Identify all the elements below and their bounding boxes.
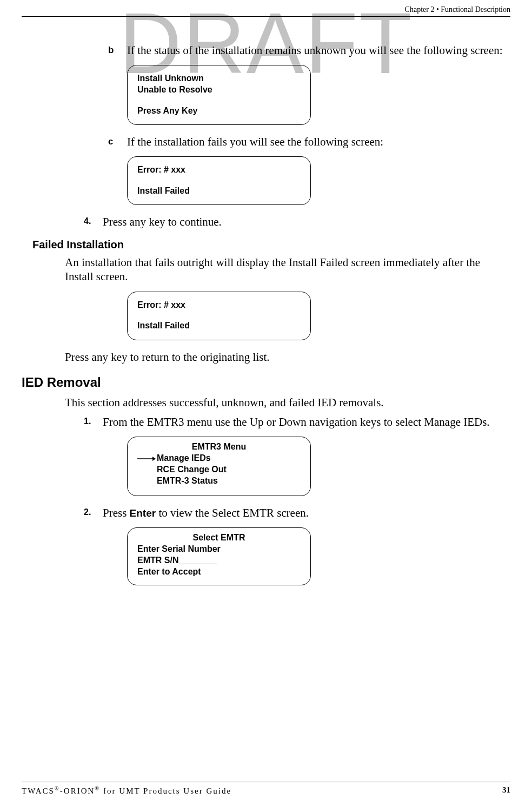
lcd-line: Press Any Key <box>137 105 301 117</box>
list-item-step2: 2. Press Enter to view the Select EMTR s… <box>84 506 510 520</box>
heading-failed-installation: Failed Installation <box>32 239 510 251</box>
lcd-line: Install Failed <box>137 186 301 197</box>
header-rule <box>22 16 510 17</box>
lcd-line-text: Manage IEDs <box>157 453 211 463</box>
lcd-blank <box>137 311 301 320</box>
lcd-line: EMTR S/N________ <box>137 555 301 566</box>
lcd-line: Error: # xxx <box>137 300 301 311</box>
ied-body: This section addresses successful, unkno… <box>65 395 510 410</box>
failed-body: An installation that fails outright will… <box>65 255 510 284</box>
marker-step1: 1. <box>84 415 103 429</box>
chapter-label: Chapter 2 • Functional Description <box>405 5 510 14</box>
footer: TWACS®-ORION® for UMT Products User Guid… <box>22 782 510 796</box>
list-item-4: 4. Press any key to continue. <box>84 215 510 229</box>
lcd-title: Select EMTR <box>137 532 301 544</box>
lcd-line: Install Failed <box>137 320 301 332</box>
screen-select-emtr: Select EMTR Enter Serial Number EMTR S/N… <box>127 527 311 585</box>
screen-install-unknown: Install Unknown Unable to Resolve Press … <box>127 65 311 124</box>
lcd-line: EMTR-3 Status <box>137 476 301 487</box>
lcd-line: RCE Change Out <box>137 464 301 476</box>
marker-b: b <box>108 43 127 57</box>
lcd-title: EMTR3 Menu <box>137 441 301 453</box>
arrow-icon <box>137 453 156 465</box>
page-number: 31 <box>502 785 510 796</box>
footer-twacs: TWACS <box>22 787 55 795</box>
list-item-c: c If the installation fails you will see… <box>108 135 510 149</box>
text-step2: Press Enter to view the Select EMTR scre… <box>103 506 309 520</box>
footer-left: TWACS®-ORION® for UMT Products User Guid… <box>22 785 231 796</box>
lcd-line: Manage IEDs <box>137 453 301 464</box>
lcd-line: Enter to Accept <box>137 566 301 578</box>
reg-icon: ® <box>55 785 60 791</box>
lcd-line: Install Unknown <box>137 73 301 84</box>
marker-c: c <box>108 135 127 149</box>
list-item-step1: 1. From the EMTR3 menu use the Up or Dow… <box>84 415 510 429</box>
screen-emtr3-menu: EMTR3 Menu Manage IEDs RCE Change Out EM… <box>127 437 311 496</box>
text-c: If the installation fails you will see t… <box>127 135 383 149</box>
text-b: If the status of the installation remain… <box>127 43 503 57</box>
screen-install-fail-c: Error: # xxx Install Failed <box>127 156 311 205</box>
failed-return-text: Press any key to return to the originati… <box>65 350 510 364</box>
screen-install-failed: Error: # xxx Install Failed <box>127 292 311 340</box>
footer-orion: -ORION <box>60 787 95 795</box>
step2-post: to view the Select EMTR screen. <box>156 506 309 519</box>
lcd-line: Error: # xxx <box>137 164 301 176</box>
text-4: Press any key to continue. <box>103 215 222 229</box>
list-item-b: b If the status of the installation rema… <box>108 43 510 57</box>
heading-ied-removal: IED Removal <box>22 375 510 390</box>
step2-pre: Press <box>103 506 130 519</box>
lcd-blank <box>137 176 301 186</box>
marker-4: 4. <box>84 215 103 229</box>
svg-marker-1 <box>152 457 156 461</box>
marker-step2: 2. <box>84 506 103 520</box>
footer-tail: for UMT Products User Guide <box>100 787 231 795</box>
lcd-blank <box>137 96 301 105</box>
reg-icon: ® <box>95 785 100 791</box>
step2-bold: Enter <box>130 507 156 519</box>
lcd-line: Unable to Resolve <box>137 84 301 96</box>
text-step1: From the EMTR3 menu use the Up or Down n… <box>103 415 490 429</box>
lcd-line: Enter Serial Number <box>137 544 301 555</box>
